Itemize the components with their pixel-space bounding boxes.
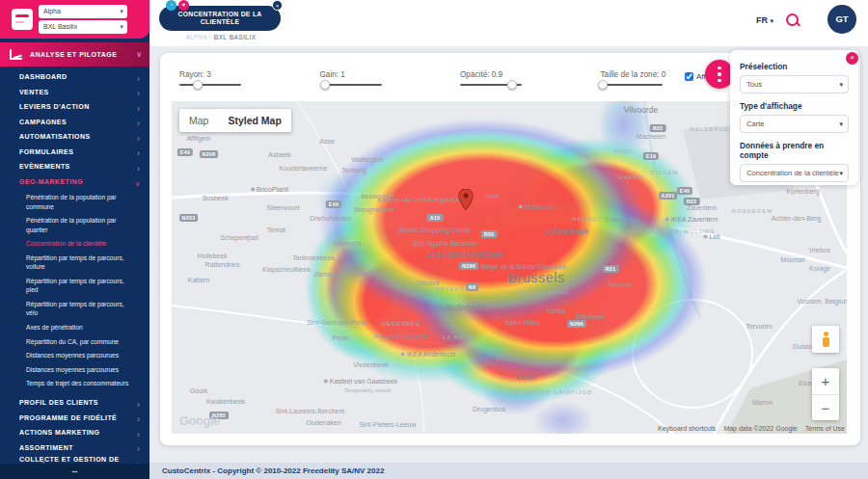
map-place-label: Zaventem	[687, 204, 717, 211]
chevron-down-icon: ∨	[136, 50, 142, 59]
terms-of-use-link[interactable]: Terms of Use	[805, 425, 845, 432]
slider-track[interactable]	[460, 84, 522, 86]
sidebar-item-label: GEO-MARKETING	[19, 178, 83, 185]
map-place-label: Klapscheutbeek	[262, 266, 311, 273]
store-select[interactable]: BXL Basilix	[39, 20, 127, 34]
close-panel-icon[interactable]: ×	[846, 52, 858, 65]
road-badge: R20	[481, 230, 498, 238]
map-type-map-button[interactable]: Map	[179, 109, 218, 132]
submenu-item-label: Pénétration de la population par commune	[26, 194, 116, 210]
submenu-item[interactable]: Répartition par temps de parcours, pied	[26, 277, 134, 295]
slider-track[interactable]	[320, 84, 382, 86]
display-checkbox[interactable]	[685, 72, 693, 81]
sidebar-item[interactable]: LEVIERS D'ACTION	[0, 99, 149, 115]
road-badge: N266	[567, 320, 586, 328]
sidebar-item[interactable]: DASHBOARD	[0, 69, 149, 85]
field-label: Préselection	[740, 62, 849, 71]
map-marker-pin[interactable]	[459, 189, 474, 210]
company-select[interactable]: Alpha	[39, 5, 127, 18]
map-place-label: Asbeek	[268, 151, 290, 158]
sidebar-item-label: FORMULAIRES	[19, 148, 73, 155]
settings-field: Données à prendre en compte Concentratio…	[740, 141, 849, 182]
map-place-label: Walfergem	[351, 156, 384, 163]
map-place-label: Kasteel van Gaasbeek	[324, 377, 397, 384]
zoom-in-button[interactable]: +	[812, 368, 839, 394]
map-place-label: La Roue	[443, 334, 475, 340]
map-place-label: Diegem	[650, 170, 678, 175]
breadcrumb: ALPHA - BXL BASILIX	[149, 34, 292, 40]
road-badge: N208	[200, 150, 219, 158]
submenu-item[interactable]: Distances moyennes parcourues	[26, 365, 134, 375]
submenu-item[interactable]: Distances moyennes parcourues	[26, 351, 134, 360]
map-place-label: Achter-den-Berg	[772, 214, 821, 221]
settings-field: Type d'affichage Carte	[740, 101, 849, 133]
submenu-item[interactable]: Concentration de la clientèle	[26, 239, 134, 249]
slider-handle[interactable]	[320, 80, 330, 90]
map-place-label: Brussels	[507, 270, 565, 285]
map-place-label: IKEA Zaventem	[665, 216, 719, 223]
filter-badge-icon[interactable]: ◔	[166, 0, 176, 11]
map-settings-panel: Préselection Tous Type d'affichage Carte…	[730, 50, 858, 185]
street-view-pegman-button[interactable]	[812, 326, 839, 353]
slider-handle[interactable]	[193, 80, 203, 90]
keyboard-shortcuts-link[interactable]: Keyboard shortcuts	[658, 425, 716, 432]
zoom-out-button[interactable]: −	[812, 394, 839, 420]
chevron-down-icon	[135, 173, 140, 190]
field-select[interactable]: Concentration de la clientèle	[740, 164, 849, 182]
map-place-label: Helmet	[572, 216, 601, 222]
submenu-item[interactable]: Temps de trajet des consommateurs	[26, 379, 134, 388]
google-logo[interactable]: Google	[179, 413, 220, 428]
sidebar-section-analyse[interactable]: ANALYSE ET PILOTAGE ∨	[0, 42, 149, 67]
sidebar-item[interactable]: ASSORTIMENT	[0, 439, 149, 455]
sidebar-item-geo-marketing[interactable]: GEO-MARKETING	[0, 174, 149, 190]
sidebar-item-label: LEVIERS D'ACTION	[19, 103, 90, 110]
map-place-label: Dilbeek	[417, 279, 439, 286]
submenu-item[interactable]: Pénétration de la population par quartie…	[26, 216, 134, 234]
submenu-item[interactable]: Répartition du CA, par commune	[26, 337, 134, 347]
map-type-styled-button[interactable]: Styled Map	[218, 109, 290, 132]
map-place-label: Haren	[618, 174, 643, 180]
sidebar-item[interactable]: AUTOMATISATIONS	[0, 129, 149, 145]
sidebar-item[interactable]: FORMULAIRES	[0, 145, 149, 160]
sidebar-item[interactable]: CAMPAGNES	[0, 115, 149, 130]
submenu-item-label: Axes de pénétration	[26, 324, 83, 331]
submenu-item[interactable]: Pénétration de la population par commune	[26, 193, 134, 211]
map-place-label: Saint-Gilles	[505, 319, 540, 326]
map-place-label: Neerpede	[382, 321, 421, 327]
slider-label: Opacité: 0.9	[460, 70, 572, 79]
field-select[interactable]: Carte	[740, 115, 849, 133]
map-place-label: cora Anderlecht	[375, 333, 428, 339]
sidebar-item[interactable]: PROFIL DES CLIENTS	[0, 395, 149, 411]
collapse-arrows-icon: ↔	[70, 466, 79, 475]
avatar[interactable]: GT	[827, 5, 856, 34]
submenu-item[interactable]: Axes de pénétration	[26, 323, 134, 333]
map-place-label: Anderlecht	[446, 303, 485, 312]
slider-handle[interactable]	[507, 80, 517, 90]
slider-track[interactable]	[601, 84, 663, 86]
favorite-heart-icon[interactable]: ♥	[178, 0, 189, 11]
sidebar-item-label: PROGRAMME DE FIDÉLITÉ	[19, 414, 117, 421]
map-place-label: Uccle	[516, 372, 536, 382]
sidebar-item[interactable]: VENTES	[0, 85, 149, 100]
map-place-label: Vrebos	[809, 246, 830, 253]
submenu-item[interactable]: Répartition par temps de parcours, voitu…	[26, 253, 134, 272]
map-toolbar: Rayon: 3 Gain: 1 Opacité: 0.9 Ta	[172, 60, 712, 96]
slider-track[interactable]	[179, 84, 241, 86]
map-place-label: Forest	[497, 356, 516, 362]
close-pill-icon[interactable]: ×	[272, 0, 283, 11]
sidebar-item[interactable]: ACTIONS MARKETING	[0, 425, 149, 440]
search-icon[interactable]	[785, 13, 800, 28]
slider-handle[interactable]	[598, 80, 608, 90]
sidebar-item[interactable]: EVÈNEMENTS	[0, 159, 149, 174]
map-place-label: Ternat	[267, 226, 285, 232]
sidebar-item[interactable]: PROGRAMME DE FIDÉLITÉ	[0, 410, 149, 425]
sidebar-collapse-button[interactable]: ↔	[0, 464, 149, 479]
map-place-label: Zibbeek	[349, 269, 373, 276]
field-select[interactable]: Tous	[740, 75, 849, 93]
display-checkbox-row: Aff	[685, 72, 706, 81]
slider-label: Gain: 1	[320, 70, 432, 79]
language-selector[interactable]: FR	[756, 15, 773, 25]
map-place-label: Temporarily closed	[344, 387, 391, 393]
submenu-item[interactable]: Répartition par temps de parcours, vélo	[26, 300, 134, 318]
map-place-label: Sint-Agatha-Berchem	[413, 239, 477, 246]
